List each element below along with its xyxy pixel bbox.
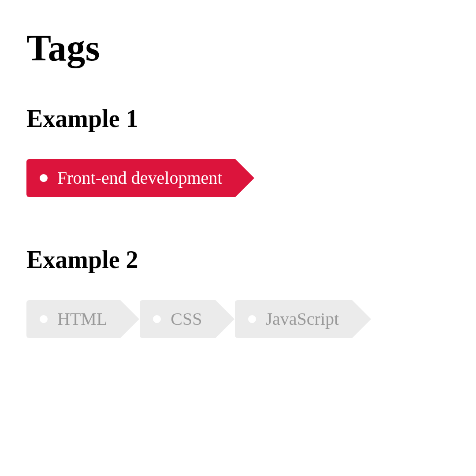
tag-css[interactable]: CSS <box>140 300 215 338</box>
page-title: Tags <box>26 26 450 69</box>
tag-label: CSS <box>171 310 202 328</box>
tag-hole-icon <box>248 315 256 323</box>
example-2-heading: Example 2 <box>26 245 450 274</box>
page-content: Tags Example 1 Front-end development Exa… <box>0 0 476 338</box>
tag-label: HTML <box>57 310 107 328</box>
example-1-tags: Front-end development <box>26 159 450 197</box>
tag-hole-icon <box>153 315 161 323</box>
tag-front-end-development[interactable]: Front-end development <box>26 159 235 197</box>
tag-hole-icon <box>40 174 48 182</box>
tag-hole-icon <box>40 315 48 323</box>
tag-label: Front-end development <box>57 169 222 187</box>
tag-html[interactable]: HTML <box>26 300 120 338</box>
tag-javascript[interactable]: JavaScript <box>235 300 353 338</box>
tag-label: JavaScript <box>266 310 339 328</box>
example-2-tags: HTML CSS JavaScript <box>26 300 450 338</box>
example-1-heading: Example 1 <box>26 104 450 133</box>
example-2-section: Example 2 HTML CSS JavaScript <box>26 245 450 338</box>
example-1-section: Example 1 Front-end development <box>26 104 450 197</box>
